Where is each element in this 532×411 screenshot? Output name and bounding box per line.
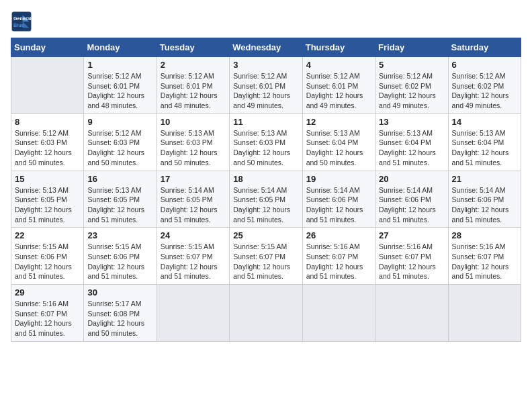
day-number: 2 xyxy=(161,60,226,70)
calendar-body: 1Sunrise: 5:12 AMSunset: 6:01 PMDaylight… xyxy=(11,57,521,342)
day-number: 24 xyxy=(161,230,226,240)
day-cell-6: 6Sunrise: 5:12 AMSunset: 6:02 PMDaylight… xyxy=(448,57,521,114)
day-info: Sunrise: 5:13 AMSunset: 6:04 PMDaylight:… xyxy=(306,128,371,168)
day-number: 19 xyxy=(306,174,371,184)
day-info: Sunrise: 5:15 AMSunset: 6:06 PMDaylight:… xyxy=(87,242,152,281)
day-info: Sunrise: 5:14 AMSunset: 6:06 PMDaylight:… xyxy=(452,185,517,225)
day-cell-18: 18Sunrise: 5:14 AMSunset: 6:05 PMDayligh… xyxy=(230,171,302,228)
day-number: 8 xyxy=(15,117,80,127)
day-info: Sunrise: 5:12 AMSunset: 6:03 PMDaylight:… xyxy=(87,128,152,168)
day-info: Sunrise: 5:15 AMSunset: 6:07 PMDaylight:… xyxy=(233,242,298,281)
day-number: 23 xyxy=(87,230,152,240)
day-number: 22 xyxy=(15,230,80,240)
day-number: 11 xyxy=(233,117,298,127)
calendar-week-5: 29Sunrise: 5:16 AMSunset: 6:07 PMDayligh… xyxy=(11,285,521,342)
day-cell-17: 17Sunrise: 5:14 AMSunset: 6:05 PMDayligh… xyxy=(157,171,229,228)
day-number: 9 xyxy=(87,117,152,127)
day-cell-26: 26Sunrise: 5:16 AMSunset: 6:07 PMDayligh… xyxy=(302,228,375,285)
day-cell-1: 1Sunrise: 5:12 AMSunset: 6:01 PMDaylight… xyxy=(84,57,157,114)
day-number: 13 xyxy=(379,117,444,127)
day-info: Sunrise: 5:13 AMSunset: 6:05 PMDaylight:… xyxy=(15,185,80,225)
day-cell-22: 22Sunrise: 5:15 AMSunset: 6:06 PMDayligh… xyxy=(11,228,84,285)
day-header-saturday: Saturday xyxy=(448,38,521,57)
day-info: Sunrise: 5:15 AMSunset: 6:07 PMDaylight:… xyxy=(161,242,226,281)
day-number: 14 xyxy=(452,117,517,127)
day-cell-27: 27Sunrise: 5:16 AMSunset: 6:07 PMDayligh… xyxy=(375,228,448,285)
day-cell-9: 9Sunrise: 5:12 AMSunset: 6:03 PMDaylight… xyxy=(84,113,157,171)
day-cell-19: 19Sunrise: 5:14 AMSunset: 6:06 PMDayligh… xyxy=(302,171,375,228)
day-cell-15: 15Sunrise: 5:13 AMSunset: 6:05 PMDayligh… xyxy=(11,171,84,228)
svg-text:Blue: Blue xyxy=(13,22,24,28)
day-number: 21 xyxy=(452,174,517,184)
calendar-header: SundayMondayTuesdayWednesdayThursdayFrid… xyxy=(11,38,521,57)
day-info: Sunrise: 5:12 AMSunset: 6:01 PMDaylight:… xyxy=(87,71,152,111)
day-cell-4: 4Sunrise: 5:12 AMSunset: 6:01 PMDaylight… xyxy=(302,57,375,114)
logo: General Blue xyxy=(11,11,32,32)
day-number: 6 xyxy=(452,60,517,70)
day-number: 20 xyxy=(379,174,444,184)
day-number: 5 xyxy=(379,60,444,70)
day-info: Sunrise: 5:13 AMSunset: 6:05 PMDaylight:… xyxy=(87,185,152,225)
day-number: 1 xyxy=(87,60,152,70)
day-info: Sunrise: 5:16 AMSunset: 6:07 PMDaylight:… xyxy=(379,242,444,281)
day-info: Sunrise: 5:16 AMSunset: 6:07 PMDaylight:… xyxy=(452,242,517,281)
day-cell-24: 24Sunrise: 5:15 AMSunset: 6:07 PMDayligh… xyxy=(157,228,229,285)
day-header-sunday: Sunday xyxy=(11,38,84,57)
day-number: 25 xyxy=(233,230,298,240)
calendar-week-3: 15Sunrise: 5:13 AMSunset: 6:05 PMDayligh… xyxy=(11,171,521,228)
logo-icon: General Blue xyxy=(11,11,32,32)
day-info: Sunrise: 5:12 AMSunset: 6:02 PMDaylight:… xyxy=(379,71,444,111)
day-cell-13: 13Sunrise: 5:13 AMSunset: 6:04 PMDayligh… xyxy=(375,113,448,171)
day-cell-14: 14Sunrise: 5:13 AMSunset: 6:04 PMDayligh… xyxy=(448,113,521,171)
day-number: 30 xyxy=(87,287,152,298)
day-header-friday: Friday xyxy=(375,38,448,57)
day-header-monday: Monday xyxy=(84,38,157,57)
day-number: 12 xyxy=(306,117,371,127)
day-number: 29 xyxy=(15,287,80,298)
calendar-table: SundayMondayTuesdayWednesdayThursdayFrid… xyxy=(11,38,521,342)
day-number: 10 xyxy=(161,117,226,127)
day-info: Sunrise: 5:12 AMSunset: 6:01 PMDaylight:… xyxy=(161,71,226,111)
day-cell-16: 16Sunrise: 5:13 AMSunset: 6:05 PMDayligh… xyxy=(84,171,157,228)
day-number: 3 xyxy=(233,60,298,70)
day-info: Sunrise: 5:14 AMSunset: 6:05 PMDaylight:… xyxy=(233,185,298,225)
day-header-tuesday: Tuesday xyxy=(157,38,229,57)
empty-cell xyxy=(375,285,448,342)
day-cell-10: 10Sunrise: 5:13 AMSunset: 6:03 PMDayligh… xyxy=(157,113,229,171)
day-info: Sunrise: 5:15 AMSunset: 6:06 PMDaylight:… xyxy=(15,242,80,281)
day-number: 16 xyxy=(87,174,152,184)
day-cell-8: 8Sunrise: 5:12 AMSunset: 6:03 PMDaylight… xyxy=(11,113,84,171)
day-number: 17 xyxy=(161,174,226,184)
day-cell-29: 29Sunrise: 5:16 AMSunset: 6:07 PMDayligh… xyxy=(11,285,84,342)
day-cell-3: 3Sunrise: 5:12 AMSunset: 6:01 PMDaylight… xyxy=(230,57,302,114)
day-cell-23: 23Sunrise: 5:15 AMSunset: 6:06 PMDayligh… xyxy=(84,228,157,285)
empty-cell xyxy=(11,57,84,114)
day-info: Sunrise: 5:14 AMSunset: 6:05 PMDaylight:… xyxy=(161,185,226,225)
day-info: Sunrise: 5:13 AMSunset: 6:04 PMDaylight:… xyxy=(452,128,517,168)
day-info: Sunrise: 5:13 AMSunset: 6:04 PMDaylight:… xyxy=(379,128,444,168)
day-number: 15 xyxy=(15,174,80,184)
svg-text:General: General xyxy=(13,15,32,21)
day-info: Sunrise: 5:17 AMSunset: 6:08 PMDaylight:… xyxy=(87,299,152,338)
day-cell-2: 2Sunrise: 5:12 AMSunset: 6:01 PMDaylight… xyxy=(157,57,229,114)
calendar-week-1: 1Sunrise: 5:12 AMSunset: 6:01 PMDaylight… xyxy=(11,57,521,114)
day-cell-11: 11Sunrise: 5:13 AMSunset: 6:03 PMDayligh… xyxy=(230,113,302,171)
day-header-thursday: Thursday xyxy=(302,38,375,57)
day-cell-30: 30Sunrise: 5:17 AMSunset: 6:08 PMDayligh… xyxy=(84,285,157,342)
day-cell-12: 12Sunrise: 5:13 AMSunset: 6:04 PMDayligh… xyxy=(302,113,375,171)
day-info: Sunrise: 5:12 AMSunset: 6:01 PMDaylight:… xyxy=(233,71,298,111)
day-info: Sunrise: 5:16 AMSunset: 6:07 PMDaylight:… xyxy=(15,299,80,338)
empty-cell xyxy=(157,285,229,342)
day-cell-25: 25Sunrise: 5:15 AMSunset: 6:07 PMDayligh… xyxy=(230,228,302,285)
day-cell-20: 20Sunrise: 5:14 AMSunset: 6:06 PMDayligh… xyxy=(375,171,448,228)
day-info: Sunrise: 5:12 AMSunset: 6:02 PMDaylight:… xyxy=(452,71,517,111)
day-cell-28: 28Sunrise: 5:16 AMSunset: 6:07 PMDayligh… xyxy=(448,228,521,285)
day-number: 4 xyxy=(306,60,371,70)
day-cell-5: 5Sunrise: 5:12 AMSunset: 6:02 PMDaylight… xyxy=(375,57,448,114)
day-number: 28 xyxy=(452,230,517,240)
empty-cell xyxy=(230,285,302,342)
day-info: Sunrise: 5:14 AMSunset: 6:06 PMDaylight:… xyxy=(379,185,444,225)
page-header: General Blue xyxy=(11,11,521,32)
empty-cell xyxy=(448,285,521,342)
day-cell-21: 21Sunrise: 5:14 AMSunset: 6:06 PMDayligh… xyxy=(448,171,521,228)
